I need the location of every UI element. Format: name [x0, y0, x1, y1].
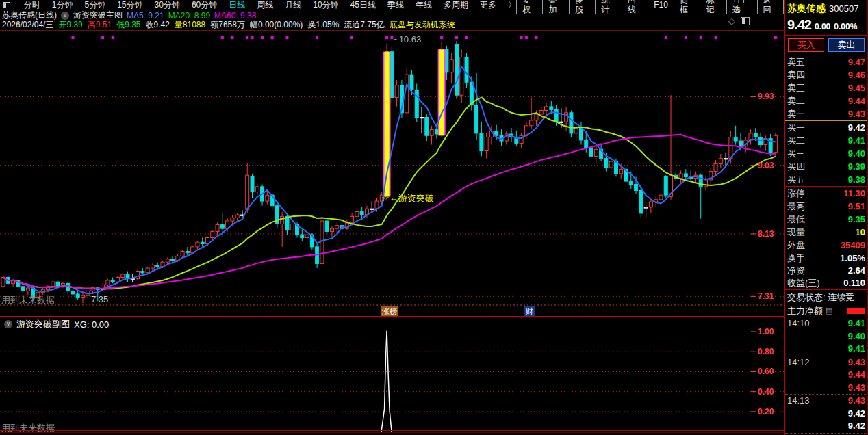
bid-row[interactable]: 买一9.42: [785, 121, 867, 134]
candle-body: [76, 294, 79, 297]
candle-body: [290, 224, 294, 230]
event-badge-涨榜[interactable]: 涨榜: [381, 306, 398, 316]
candle-body: [450, 60, 453, 72]
buy-button[interactable]: 买入: [788, 38, 824, 52]
ask-row[interactable]: 卖四9.46: [785, 68, 867, 81]
quote-panel: 苏奥传感 300507 9.42 0.00 0.00% 买入 卖出 卖五9.47…: [785, 0, 868, 435]
ask-row[interactable]: 卖一9.43: [785, 107, 867, 120]
candle-body: [754, 133, 757, 137]
ask-row[interactable]: 卖五9.47: [785, 55, 867, 68]
signal-dot: [221, 36, 224, 39]
candle-body: [475, 105, 478, 133]
candle-body: [216, 225, 219, 232]
tick-row: 9.41: [785, 343, 867, 356]
candle-body: [535, 114, 538, 120]
ask-row[interactable]: 卖二9.44: [785, 94, 867, 107]
event-badge-财[interactable]: 财: [524, 306, 535, 316]
candle-body: [579, 128, 583, 140]
stat-row-收益(三): 收益(三)0.110: [785, 277, 867, 289]
candle-body: [71, 291, 75, 294]
xg-spike: [381, 330, 392, 432]
candle-body: [196, 242, 199, 247]
axis-tick-label: 7.31: [758, 291, 785, 301]
signal-dot: [251, 36, 254, 39]
level-price: 9.46: [848, 68, 865, 81]
bid-row[interactable]: 买三9.40: [785, 147, 867, 160]
stat-row-外盘: 外盘35409: [785, 239, 867, 252]
candle-body: [251, 176, 254, 192]
axis-tick-label: 0.20: [758, 407, 785, 417]
candle-body: [425, 118, 429, 136]
candle-body: [355, 212, 359, 217]
future-data-note-main: 用到未来数据: [1, 294, 55, 306]
candle-body: [151, 265, 154, 268]
trade-buttons: 买入 卖出: [785, 36, 867, 55]
candle-body: [235, 215, 239, 218]
candle-body: [395, 85, 398, 98]
collapse-icon[interactable]: ∨: [4, 320, 12, 328]
candle-body: [550, 107, 553, 109]
level-price: 9.39: [848, 160, 865, 173]
tick-row: 9.42: [785, 420, 867, 433]
candle-body: [405, 75, 409, 113]
candlestick-chart[interactable]: [0, 0, 784, 435]
level-price: 9.47: [848, 55, 865, 68]
signal-dot: [665, 36, 667, 39]
subchart-name[interactable]: 游资突破副图: [16, 318, 70, 330]
candle-body: [21, 287, 25, 291]
candle-body: [136, 272, 140, 279]
candle-body: [255, 187, 259, 192]
signal-dot: [261, 36, 264, 39]
subchart-value: XG: 0.00: [74, 319, 109, 330]
signal-dot: [350, 36, 353, 39]
signal-dot: [101, 36, 104, 39]
sell-button[interactable]: 卖出: [828, 38, 865, 52]
candle-body: [350, 216, 354, 222]
bid-row[interactable]: 买四9.39: [785, 160, 867, 173]
candle-body: [574, 128, 578, 133]
tick-row: 9.42: [785, 408, 867, 421]
signal-dot: [455, 36, 458, 39]
candle-body: [485, 137, 488, 150]
tick-list[interactable]: 14:109.419.409.4114:129.439.449.4314:139…: [785, 317, 867, 434]
candle-body: [281, 216, 284, 224]
ask-row[interactable]: 卖三9.45: [785, 81, 867, 94]
candle-body: [435, 129, 438, 134]
candle-body: [301, 235, 304, 237]
high-price-annotation: ~10.63: [394, 34, 421, 44]
flow-red-bar: [847, 308, 865, 314]
candle-body: [774, 135, 777, 153]
level-price: 9.44: [848, 94, 865, 107]
candle-body: [604, 159, 608, 168]
main-flow-row[interactable]: 主力净额 ▤: [785, 304, 867, 317]
level-label: 卖一: [787, 107, 805, 120]
bid-row[interactable]: 买二9.41: [785, 134, 867, 147]
tick-group: 14:109.419.409.41: [785, 317, 867, 356]
candle-body: [554, 109, 558, 122]
signal-dot: [112, 36, 114, 39]
breakout-signal-label: ☆←游资突破: [381, 192, 434, 205]
candle-body: [116, 277, 119, 282]
candle-body: [166, 259, 169, 262]
candle-body: [146, 268, 149, 273]
tick-group: 14:129.439.449.43: [785, 356, 867, 395]
candle-body: [480, 133, 483, 151]
candle-body: [266, 195, 269, 201]
candle-body: [460, 57, 463, 96]
candle-body: [330, 228, 333, 231]
candle-body: [171, 259, 175, 261]
candle-body: [415, 90, 418, 117]
candle-body: [589, 148, 593, 156]
candle-body: [335, 226, 339, 228]
candle-body: [186, 252, 189, 253]
highlight-band: [439, 49, 444, 135]
list-icon: ▤: [826, 304, 832, 317]
signal-dot: [685, 36, 687, 39]
bid-row[interactable]: 买五9.38: [785, 173, 867, 186]
stat-row-最高: 最高9.51: [785, 200, 867, 213]
axis-tick-label: 9.93: [758, 92, 785, 101]
candle-body: [729, 137, 732, 158]
candle-body: [156, 265, 159, 267]
candle-body: [211, 232, 214, 238]
panel-stock-name[interactable]: 苏奥传感: [787, 3, 826, 15]
